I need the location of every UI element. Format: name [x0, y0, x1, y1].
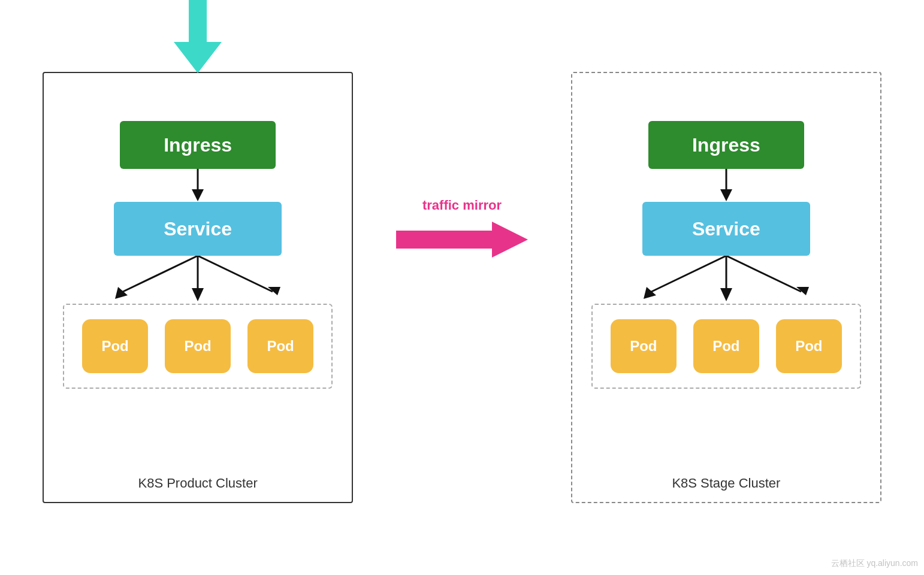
stage-service: Service	[642, 202, 810, 256]
svg-marker-7	[192, 288, 204, 301]
product-service-to-pods-arrows	[84, 256, 312, 304]
svg-line-17	[726, 256, 801, 292]
product-cluster-label: K8S Product Cluster	[138, 476, 257, 491]
svg-marker-16	[720, 288, 732, 301]
svg-marker-5	[115, 287, 128, 299]
diagram-container: Ingress Service	[43, 30, 881, 545]
traffic-mirror-section: traffic mirror	[401, 198, 523, 258]
svg-marker-10	[396, 222, 528, 258]
svg-line-4	[123, 256, 198, 292]
product-pod-3: Pod	[247, 319, 313, 373]
product-pods-row: Pod Pod Pod	[82, 319, 313, 373]
stage-service-to-pods-arrows	[612, 256, 840, 304]
product-service: Service	[114, 202, 282, 256]
cyan-down-arrow	[174, 0, 222, 73]
stage-pods-row: Pod Pod Pod	[611, 319, 842, 373]
stage-cluster-label: K8S Stage Cluster	[672, 476, 780, 491]
stage-pod-3: Pod	[776, 319, 842, 373]
stage-ingress-to-service-arrow	[717, 169, 735, 202]
product-ingress-to-service-arrow	[189, 169, 207, 202]
svg-marker-3	[192, 189, 204, 201]
product-pod-2: Pod	[165, 319, 231, 373]
svg-line-8	[198, 256, 273, 292]
product-pods-container: Pod Pod Pod	[63, 304, 333, 389]
stage-pods-container: Pod Pod Pod	[591, 304, 861, 389]
traffic-mirror-arrow	[396, 222, 528, 258]
product-pod-1: Pod	[82, 319, 148, 373]
svg-marker-14	[644, 287, 656, 299]
stage-ingress: Ingress	[648, 121, 804, 169]
watermark: 云栖社区 yq.aliyun.com	[831, 558, 918, 569]
stage-pod-2: Pod	[693, 319, 759, 373]
product-ingress: Ingress	[120, 121, 276, 169]
traffic-mirror-label: traffic mirror	[422, 198, 502, 213]
svg-marker-1	[174, 42, 222, 73]
stage-cluster: Ingress Service	[571, 72, 881, 503]
stage-pod-1: Pod	[611, 319, 677, 373]
product-cluster: Ingress Service	[43, 72, 353, 503]
svg-marker-12	[720, 189, 732, 201]
svg-marker-0	[189, 0, 207, 43]
svg-line-13	[651, 256, 726, 292]
